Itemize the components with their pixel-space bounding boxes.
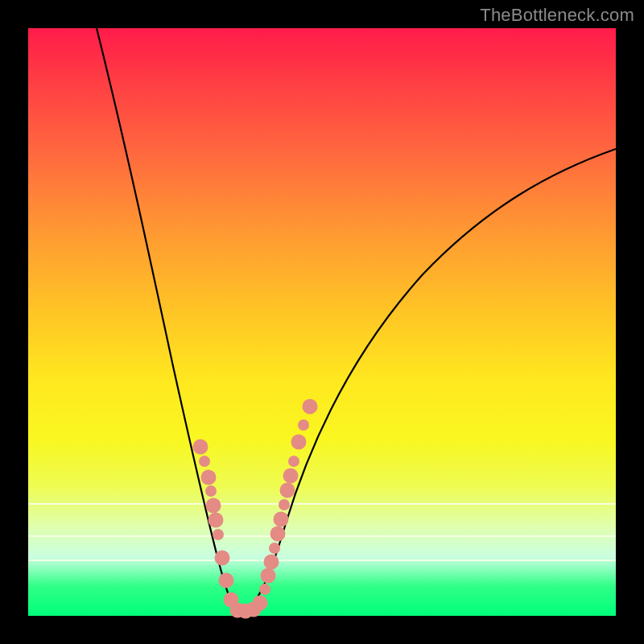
marker-dot — [279, 499, 290, 510]
marker-dot — [270, 526, 286, 542]
marker-dot — [193, 440, 208, 455]
marker-dot — [213, 529, 224, 540]
marker-dot — [269, 543, 280, 554]
marker-dot — [205, 485, 217, 497]
marker-dot — [201, 470, 217, 485]
marker-dot — [261, 568, 276, 584]
marker-dot — [291, 435, 307, 450]
marker-dot — [264, 555, 279, 570]
marker-dot — [253, 596, 268, 611]
marker-dot — [206, 498, 221, 514]
chart-frame: TheBottleneck.com — [0, 0, 644, 644]
marker-dot — [259, 584, 270, 595]
marker-group — [193, 399, 318, 619]
marker-dot — [215, 551, 230, 566]
marker-dot — [208, 513, 224, 528]
right-curve-path — [239, 149, 616, 613]
marker-dot — [283, 469, 299, 484]
marker-dot — [303, 399, 318, 415]
marker-dot — [288, 456, 299, 467]
marker-dot — [274, 512, 289, 527]
watermark-text: TheBottleneck.com — [480, 5, 634, 26]
chart-svg — [28, 28, 616, 616]
marker-dot — [298, 419, 309, 431]
marker-dot — [280, 483, 295, 498]
marker-dot — [199, 456, 210, 467]
marker-dot — [219, 573, 234, 588]
